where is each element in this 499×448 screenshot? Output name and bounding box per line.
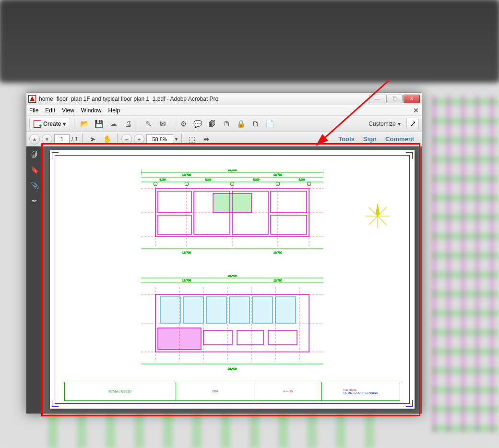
page-down-button[interactable]: ▼ <box>42 134 52 145</box>
north-compass-icon <box>365 203 391 229</box>
fit-width-icon[interactable]: ⬌ <box>200 133 213 145</box>
file-name-value: HOME FLOOR PLANNING <box>344 391 379 394</box>
title-block: 株式会社 地下設計 1/200 A — 20 File Name HOME FL… <box>64 382 400 401</box>
close-document-icon[interactable]: ✕ <box>413 107 419 114</box>
svg-text:28,400: 28,400 <box>228 367 237 370</box>
maximize-button[interactable]: ☐ <box>386 95 403 103</box>
chevron-down-icon[interactable]: ▾ <box>175 136 178 142</box>
fullscreen-icon[interactable]: ⤢ <box>406 118 419 130</box>
form-icon[interactable]: 🗎 <box>220 118 233 130</box>
floor-plan-upper: 28,400 13,700 13,700 5,000 5,200 5,200 5… <box>141 170 323 256</box>
acrobat-window: home_floor_plan 1F and typical floor pla… <box>26 92 422 414</box>
chevron-down-icon: ▾ <box>398 121 401 127</box>
floor-plan-lower: 28,400 13,700 13,700 <box>141 275 323 371</box>
svg-rect-31 <box>271 191 307 213</box>
svg-text:5,200: 5,200 <box>253 178 260 181</box>
svg-rect-63 <box>275 297 296 323</box>
attachments-icon[interactable]: 📎 <box>29 180 40 191</box>
svg-text:13,700: 13,700 <box>182 173 191 176</box>
acrobat-app-icon <box>28 95 36 103</box>
title-company: 株式会社 地下設計 <box>108 389 132 394</box>
svg-rect-65 <box>203 330 232 345</box>
save-icon[interactable]: 💾 <box>93 118 105 130</box>
zoom-in-button[interactable]: + <box>134 134 144 145</box>
svg-rect-27 <box>158 191 191 213</box>
tab-comment[interactable]: Comment <box>385 135 414 143</box>
bookmarks-icon[interactable]: 🔖 <box>29 165 40 175</box>
svg-rect-61 <box>229 297 250 323</box>
svg-text:5,000: 5,000 <box>160 178 166 181</box>
window-title: home_floor_plan 1F and typical floor pla… <box>39 96 368 102</box>
create-label: Create <box>43 121 61 127</box>
customize-button[interactable]: Customize ▾ <box>365 121 404 127</box>
svg-rect-28 <box>158 215 191 234</box>
create-button[interactable]: Create ▾ <box>29 118 70 130</box>
action-icon[interactable]: 📄 <box>263 118 276 130</box>
autocad-ribbon-blur <box>0 0 499 82</box>
svg-rect-67 <box>268 330 297 345</box>
menu-file[interactable]: File <box>29 107 38 114</box>
protect-icon[interactable]: 🔒 <box>235 118 247 130</box>
sheet-number: A — 20 <box>283 390 293 393</box>
menu-help[interactable]: Help <box>108 107 120 114</box>
svg-rect-32 <box>271 215 307 234</box>
document-area: 🗐 🔖 📎 ✒ <box>26 146 422 413</box>
zoom-input[interactable] <box>146 134 173 144</box>
pdf-page: 28,400 13,700 13,700 5,000 5,200 5,200 5… <box>50 150 415 409</box>
toolbar-main: Create ▾ 📂 💾 ☁ 🖨 ✎ ✉ ⚙ 💬 🗐 🗎 🔒 🗋 📄 Custo… <box>26 116 422 132</box>
menu-view[interactable]: View <box>62 107 74 114</box>
menu-edit[interactable]: Edit <box>45 107 55 114</box>
customize-label: Customize <box>368 121 396 127</box>
gear-icon[interactable]: ⚙ <box>177 118 190 130</box>
svg-text:13,700: 13,700 <box>182 279 191 282</box>
svg-rect-60 <box>206 297 226 323</box>
thumbnails-icon[interactable]: 🗐 <box>29 149 40 160</box>
pdf-icon <box>34 120 41 128</box>
svg-text:13,700: 13,700 <box>273 279 283 282</box>
svg-text:28,400: 28,400 <box>228 170 237 171</box>
page-number-input[interactable] <box>54 134 70 144</box>
comment-icon[interactable]: 💬 <box>191 118 204 130</box>
svg-text:5,000: 5,000 <box>299 178 305 181</box>
export-icon[interactable]: 🗋 <box>249 118 261 130</box>
svg-text:5,200: 5,200 <box>205 178 212 181</box>
open-icon[interactable]: 📂 <box>78 118 91 130</box>
menubar: File Edit View Window Help ✕ <box>26 105 422 116</box>
edit-icon[interactable]: ✎ <box>142 118 154 130</box>
hand-tool-icon[interactable]: ✋ <box>101 133 113 145</box>
svg-rect-58 <box>160 297 180 323</box>
svg-text:13,700: 13,700 <box>182 251 191 254</box>
fit-page-icon[interactable]: ⬚ <box>186 133 198 145</box>
svg-rect-62 <box>252 297 273 323</box>
svg-rect-33 <box>213 194 251 213</box>
menu-window[interactable]: Window <box>81 107 102 114</box>
toolbar-nav: ▲ ▼ / 1 ➤ ✋ − + ▾ ⬚ ⬌ Tools Sign Comment <box>26 132 422 146</box>
svg-rect-64 <box>158 328 201 350</box>
zoom-out-button[interactable]: − <box>121 134 132 145</box>
tab-tools[interactable]: Tools <box>338 135 355 143</box>
page-total: 1 <box>75 136 78 143</box>
svg-text:28,400: 28,400 <box>228 275 237 277</box>
titlebar[interactable]: home_floor_plan 1F and typical floor pla… <box>26 93 422 105</box>
side-nav: 🗐 🔖 📎 ✒ <box>26 146 43 413</box>
svg-marker-4 <box>376 203 380 216</box>
chevron-down-icon: ▾ <box>63 121 66 127</box>
background-drawing-right <box>432 96 499 432</box>
cloud-icon[interactable]: ☁ <box>107 118 119 130</box>
page-sep: / <box>71 136 73 143</box>
tab-sign[interactable]: Sign <box>363 135 377 143</box>
minimize-button[interactable]: — <box>369 95 385 103</box>
svg-text:13,700: 13,700 <box>273 173 283 176</box>
svg-rect-59 <box>183 297 203 323</box>
svg-rect-66 <box>237 330 263 345</box>
signatures-icon[interactable]: ✒ <box>29 195 40 206</box>
email-icon[interactable]: ✉ <box>156 118 169 130</box>
select-tool-icon[interactable]: ➤ <box>86 133 99 145</box>
page-up-button[interactable]: ▲ <box>29 134 40 145</box>
combine-icon[interactable]: 🗐 <box>206 118 218 130</box>
close-button[interactable]: ✕ <box>404 95 420 103</box>
svg-text:13,700: 13,700 <box>273 251 283 254</box>
print-icon[interactable]: 🖨 <box>121 118 134 130</box>
page-canvas[interactable]: 28,400 13,700 13,700 5,000 5,200 5,200 5… <box>43 146 422 413</box>
